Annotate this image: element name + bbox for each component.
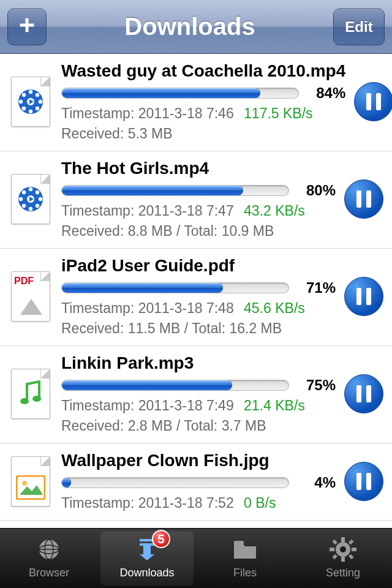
download-filename: iPad2 User Guide.pdf xyxy=(61,256,336,276)
svg-rect-22 xyxy=(17,476,45,499)
tab-label: Setting xyxy=(326,567,360,579)
tab-browser[interactable]: Browser xyxy=(0,529,98,588)
svg-point-7 xyxy=(36,93,39,97)
svg-point-6 xyxy=(22,93,26,97)
download-filename: The Hot Girls.mp4 xyxy=(61,159,336,178)
tab-setting[interactable]: Setting xyxy=(294,529,392,588)
download-meta-line2: Received: 8.8 MB / Total: 10.9 MB xyxy=(61,223,336,239)
svg-point-2 xyxy=(29,90,32,94)
progress-bar xyxy=(61,477,289,488)
svg-point-3 xyxy=(29,110,32,113)
svg-point-18 xyxy=(22,204,26,208)
download-filename: Wallpaper Clown Fish.jpg xyxy=(61,451,336,470)
page-title: Downloads xyxy=(124,13,255,40)
svg-point-5 xyxy=(39,100,42,104)
download-meta-line2: Received: 2.8 MB / Total: 3.7 MB xyxy=(61,418,336,434)
svg-point-40 xyxy=(340,546,346,552)
svg-rect-29 xyxy=(140,543,154,546)
svg-point-4 xyxy=(19,100,23,104)
pause-icon xyxy=(356,385,371,402)
edit-button[interactable]: Edit xyxy=(333,9,385,45)
progress-bar xyxy=(61,380,289,391)
pause-button[interactable] xyxy=(344,179,383,219)
download-meta-line1: Timestamp: 2011-3-18 7:46 117.5 KB/s xyxy=(61,105,345,122)
pause-icon xyxy=(356,190,371,208)
download-meta-line1: Timestamp: 2011-3-18 7:48 45.6 KB/s xyxy=(61,300,336,317)
download-row: Wallpaper Clown Fish.jpg 4% Timestamp: 2… xyxy=(0,443,392,521)
svg-point-23 xyxy=(22,481,27,486)
download-row: Wasted guy at Coachella 2010.mp4 84% Tim… xyxy=(0,54,392,151)
download-row: The Hot Girls.mp4 80% Timestamp: 2011-3-… xyxy=(0,151,392,249)
svg-rect-35 xyxy=(352,548,356,551)
pause-button[interactable] xyxy=(344,277,383,316)
svg-rect-34 xyxy=(330,548,334,551)
pause-button[interactable] xyxy=(344,374,383,413)
tab-label: Browser xyxy=(29,567,69,579)
download-percent: 75% xyxy=(298,377,336,394)
svg-point-17 xyxy=(36,190,39,194)
globe-icon xyxy=(36,537,62,565)
svg-rect-36 xyxy=(332,540,337,545)
download-percent: 71% xyxy=(298,279,336,296)
download-speed: 45.6 KB/s xyxy=(244,300,305,316)
file-type-icon xyxy=(9,171,53,227)
plus-icon xyxy=(18,16,36,38)
pause-icon xyxy=(356,288,371,305)
svg-rect-32 xyxy=(341,537,345,542)
svg-rect-37 xyxy=(349,540,353,545)
download-percent: 80% xyxy=(298,182,336,199)
download-row: Linkin Park.mp3 75% Timestamp: 2011-3-18… xyxy=(0,346,392,443)
progress-bar xyxy=(61,282,289,293)
navbar: Downloads Edit xyxy=(0,0,392,54)
download-filename: Wasted guy at Coachella 2010.mp4 xyxy=(61,61,345,81)
tab-badge: 5 xyxy=(152,530,170,548)
downloads-list: Wasted guy at Coachella 2010.mp4 84% Tim… xyxy=(0,54,392,528)
file-type-icon xyxy=(9,453,53,510)
svg-rect-33 xyxy=(341,557,345,562)
svg-point-9 xyxy=(36,107,39,110)
download-speed: 21.4 KB/s xyxy=(244,398,305,413)
download-speed: 117.5 KB/s xyxy=(244,105,313,121)
svg-rect-39 xyxy=(349,554,353,559)
svg-point-19 xyxy=(36,204,39,208)
tab-label: Files xyxy=(233,567,257,579)
folder-icon xyxy=(232,537,258,565)
download-meta-line1: Timestamp: 2011-3-18 7:47 43.2 KB/s xyxy=(61,203,336,219)
svg-point-14 xyxy=(19,197,23,201)
add-button[interactable] xyxy=(7,9,47,45)
file-type-icon: PDF xyxy=(9,268,53,325)
svg-rect-30 xyxy=(234,541,244,545)
tab-label: Downloads xyxy=(119,567,174,579)
download-row: PDF iPad2 User Guide.pdf 71% Timestamp: … xyxy=(0,249,392,346)
download-meta-line2: Received: 5.3 MB xyxy=(61,126,345,142)
download-percent: 84% xyxy=(307,85,345,102)
download-speed: 0 B/s xyxy=(244,495,276,511)
pause-icon xyxy=(366,93,381,110)
svg-point-15 xyxy=(39,197,42,201)
svg-point-13 xyxy=(29,207,32,211)
pause-button[interactable] xyxy=(344,462,383,501)
file-type-icon xyxy=(9,74,53,130)
tab-files[interactable]: Files xyxy=(196,529,294,588)
svg-point-16 xyxy=(22,190,26,194)
download-filename: Linkin Park.mp3 xyxy=(61,353,336,373)
download-speed: 43.2 KB/s xyxy=(244,203,305,219)
svg-point-8 xyxy=(22,107,26,110)
svg-point-12 xyxy=(29,187,32,191)
svg-point-21 xyxy=(32,396,41,402)
svg-rect-38 xyxy=(332,554,337,559)
download-meta-line1: Timestamp: 2011-3-18 7:49 21.4 KB/s xyxy=(61,398,336,414)
tab-bar: Browser 5 Downloads Files xyxy=(0,528,392,588)
pause-icon xyxy=(356,473,371,490)
file-type-icon xyxy=(9,366,53,422)
progress-bar xyxy=(61,185,289,196)
svg-point-20 xyxy=(20,398,29,404)
gear-icon xyxy=(330,537,356,565)
download-meta-line1: Timestamp: 2011-3-18 7:52 0 B/s xyxy=(61,495,336,511)
tab-downloads[interactable]: 5 Downloads xyxy=(98,529,196,588)
pause-button[interactable] xyxy=(354,82,392,121)
progress-bar xyxy=(61,88,299,99)
download-percent: 4% xyxy=(298,474,336,491)
download-meta-line2: Received: 11.5 MB / Total: 16.2 MB xyxy=(61,320,336,337)
